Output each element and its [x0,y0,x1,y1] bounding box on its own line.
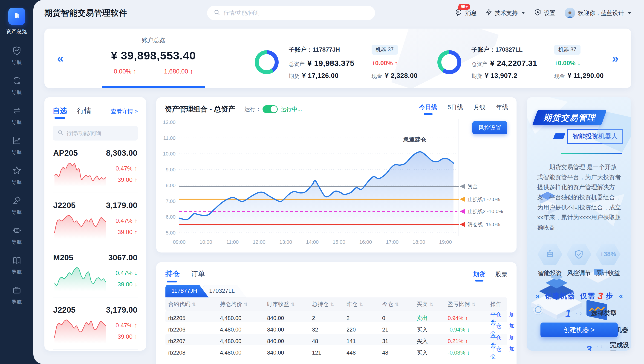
instrument-change: 0.47% 39.00 [116,163,137,186]
col-ratio[interactable]: 盈亏比例⇅ [448,300,490,308]
close-position-link[interactable]: 平仓 [490,323,501,329]
svg-text:17:00: 17:00 [386,239,398,245]
sidebar: 资产总览 导航 导航 导航 导航 导航 [0,0,33,364]
sidebar-item-nav-5[interactable]: 导航 [12,165,22,186]
cell-total: 48 [312,338,346,344]
tab-account-117877JH[interactable]: 117877JH [166,285,209,297]
col-code[interactable]: 合约代码⇅ [168,300,220,308]
tab-period-5day[interactable]: 5日线 [448,103,463,115]
overview-pct: 0.00% [114,68,136,75]
tab-futures[interactable]: 期货 [473,270,485,282]
instrument-change: 0.47% 39.00 [116,215,137,238]
sidebar-item-nav-3[interactable]: 导航 [12,105,22,126]
subaccount-card-2[interactable]: 子账户：170327LL 机器 37 总资产¥ 24,2207.31 +0.00… [418,29,604,88]
col-avg[interactable]: 持仓均价⇅ [220,300,267,308]
watchlist-panel: 自选 行情 查看详情 > AP205 8,303.00 [44,97,146,351]
search-icon [58,130,63,136]
cell-side: 买入 [417,326,448,333]
table-header-row: 合约代码⇅ 持仓均价⇅ 盯市收益⇅ 总持仓⇅ 昨仓⇅ 今仓⇅ 买卖⇅ 盈亏比例⇅… [166,297,507,311]
sidebar-item-assets[interactable] [8,8,25,25]
feature-returns: +38% 累计收益 [594,243,622,277]
tab-quotes[interactable]: 行情 [77,106,91,119]
instrument-price: 3,179.00 [106,305,137,314]
tab-period-month[interactable]: 月线 [474,103,486,115]
user-menu[interactable]: 欢迎你，蓝蓝设计 [564,8,631,18]
promo-panel: 期货交易管理 智能投资机器人 期货交易管理 是一个开放式智能资管平台，为广大投资… [527,97,631,351]
sidebar-item-nav-2[interactable]: 导航 [12,76,22,96]
cell-ratio: 0.94% [448,315,490,321]
sidebar-item-nav-4[interactable]: 导航 [12,135,22,156]
tab-watchlist[interactable]: 自选 [53,106,67,119]
table-row[interactable]: rb2207 4,480.00 840.00 48 141 31 买入 0.21… [166,334,507,345]
tab-positions[interactable]: 持仓 [166,269,180,282]
message-icon [455,8,462,18]
cell-today: 48 [382,349,417,356]
list-item[interactable]: J2205 3,179.00 0.47% 39.00 [53,193,138,245]
star-icon [12,165,22,176]
view-details-link[interactable]: 查看详情 > [111,108,138,115]
trend-arrow-icon [134,320,137,331]
list-item[interactable]: M205 3067.00 0.47% 39.00 [53,245,138,297]
active-card-indicator [102,86,205,88]
search-input[interactable] [224,10,368,16]
tab-period-year[interactable]: 年线 [496,103,508,115]
close-position-link[interactable]: 平仓 [490,311,501,317]
tab-period-today[interactable]: 今日线 [419,103,437,115]
lightning-icon [486,9,492,17]
svg-text:7.00: 7.00 [166,198,176,204]
sort-icon: ⇅ [472,302,476,307]
tab-account-170327LL[interactable]: 170327LL [203,285,246,297]
cell-today: 31 [382,338,417,344]
table-row[interactable]: rb2206 4,480.00 840.00 32 220 21 买入 -0.9… [166,322,507,334]
overview-amount-change: 1,680.00 [164,68,193,75]
list-item[interactable]: AP205 8,303.00 0.47% 39.00 [53,140,138,193]
sidebar-item-nav-8[interactable]: 导航 [12,255,22,276]
sidebar-item-nav-6[interactable]: 导航 [12,195,22,216]
support-menu[interactable]: 技术支持 [486,9,525,17]
messages-button[interactable]: 99+ 消息 [455,8,477,18]
arrow-up-icon [190,68,193,75]
watchlist-search-input[interactable] [66,130,134,136]
close-position-link[interactable]: 平仓 [490,334,501,340]
list-item[interactable]: J2205 3,179.00 0.47% 39.00 [53,297,138,350]
table-row[interactable]: rb2208 4,480.00 840.00 121 448 48 买入 -0.… [166,345,507,357]
sort-icon: ⇅ [291,302,295,307]
subaccount-futures: 期货¥ 13,907.2 [472,72,547,80]
global-search[interactable] [207,6,375,20]
col-side[interactable]: 买卖⇅ [417,300,448,308]
col-actions: 操作 [490,300,520,308]
run-toggle[interactable] [262,105,278,113]
table-row[interactable]: rb2205 4,480.00 840.00 2 2 0 卖出 0.94% 平仓… [166,311,507,322]
cell-ratio: -0.03% [448,349,490,356]
close-position-link[interactable]: 平仓 [490,346,501,352]
tab-stocks[interactable]: 股票 [495,270,507,282]
tab-orders[interactable]: 订单 [191,269,205,282]
cell-ratio: 0.21% [448,338,490,344]
prev-account-button[interactable]: « [57,52,64,64]
watchlist-search[interactable] [53,126,138,140]
risk-settings-button[interactable]: 风控设置 [472,121,507,134]
cell-code: rb2205 [168,315,220,321]
sidebar-item-nav-1[interactable]: 导航 [12,46,22,66]
robot-count-badge: 机器 37 [554,45,580,55]
sidebar-item-nav-9[interactable]: 导航 [12,285,22,305]
col-total[interactable]: 总持仓⇅ [312,300,346,308]
svg-text:止损线1 -7.0%: 止损线1 -7.0% [468,197,500,202]
cell-avg: 4,480.00 [220,326,267,333]
header-actions: 99+ 消息 技术支持 设置 欢迎你，蓝蓝设计 [455,8,631,18]
positions-card: 持仓 订单 期货 股票 117877JH 170327LL 合约代码⇅ [156,262,516,364]
col-profit[interactable]: 盯市收益⇅ [267,300,312,308]
chevrons-left-icon: « [619,292,622,300]
sidebar-item-nav-7[interactable]: 导航 [12,225,22,246]
col-today[interactable]: 今仓⇅ [382,300,417,308]
col-yday[interactable]: 昨仓⇅ [346,300,382,308]
subaccount-card-1[interactable]: 子账户：117877JH 机器 37 总资产¥ 19,983.375 +0.00… [235,29,418,88]
cell-profit: 840.00 [267,326,312,333]
create-robot-button[interactable]: 创建机器 > [540,322,618,337]
next-account-button[interactable]: » [612,52,619,64]
sort-icon: ⇅ [244,302,248,307]
settings-button[interactable]: 设置 [534,9,556,17]
list-item[interactable]: RB2205 4,480.00 0.47% 39.00 [53,350,138,351]
cell-total: 121 [312,349,346,356]
svg-text:09:00: 09:00 [173,239,186,245]
